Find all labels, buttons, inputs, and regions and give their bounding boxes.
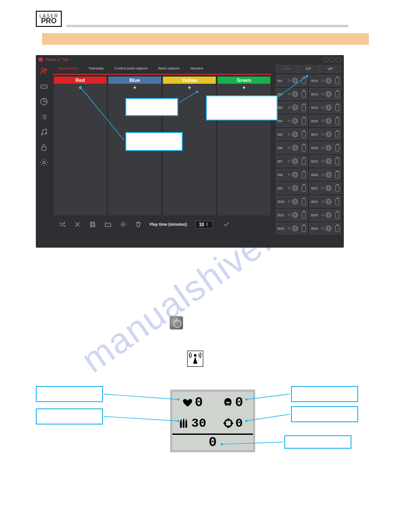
sidebar-lock-icon[interactable] <box>39 142 49 153</box>
id-cell[interactable]: ID19! <box>309 155 341 167</box>
team-add-green[interactable]: + <box>218 84 270 92</box>
figure2-label: Information on the blaster screen <box>36 467 375 472</box>
callout-start-menus: Start menus of four teams <box>125 98 178 116</box>
power-button-icon <box>170 316 183 330</box>
left-sidebar <box>36 64 52 247</box>
tab-teamplay[interactable]: Teamplay <box>83 64 109 74</box>
skull-icon <box>223 397 233 408</box>
svg-rect-17 <box>183 420 184 428</box>
header-rule <box>66 25 348 27</box>
svg-point-0 <box>42 69 45 72</box>
id-tab-1-24[interactable]: 1-24 <box>276 65 298 73</box>
callout-deaths: Amount of deaths <box>291 386 358 402</box>
id-cell[interactable]: ID20! <box>309 169 341 180</box>
id-cell[interactable]: ID1! <box>276 75 308 86</box>
play-time-label: Play time (minutes): <box>150 222 188 227</box>
team-header-red: Red <box>54 77 107 84</box>
id-cell[interactable]: ID14! <box>309 88 341 100</box>
id-cell[interactable]: ID17! <box>309 129 341 140</box>
callout-accuracy: Accuracy <box>291 406 358 422</box>
id-cell[interactable]: ID11! <box>276 209 308 221</box>
id-cell[interactable]: ID8! <box>276 169 308 180</box>
team-add-yellow[interactable]: + <box>163 84 216 92</box>
id-cell[interactable]: ID4! <box>276 115 308 127</box>
window-title: Arena v. 719 <box>46 57 68 62</box>
header-section: Game kits <box>353 20 375 27</box>
id-cell[interactable]: ID23! <box>309 209 341 221</box>
callout-auto-added: Connected player has been automatically … <box>206 95 278 120</box>
id-cell[interactable]: ID18! <box>309 142 341 154</box>
lcd-deaths: 0 <box>235 395 243 410</box>
lcd-ammo: 30 <box>191 416 206 430</box>
antenna-icon <box>187 351 203 367</box>
figure1-label: Arena program start menu <box>36 252 375 257</box>
callout-another-player: Another connected player <box>125 132 183 151</box>
tab-control-point[interactable]: Control point capture <box>109 64 153 74</box>
id-cell[interactable]: ID13! <box>309 75 341 86</box>
sidebar-settings-icon[interactable] <box>39 157 49 168</box>
team-add-red[interactable]: + <box>54 84 107 92</box>
tab-vampire[interactable]: Vampire <box>185 64 209 74</box>
id-cell[interactable]: ID24! <box>309 223 341 234</box>
id-tab-up[interactable]: UP <box>319 65 341 73</box>
confirm-icon[interactable] <box>223 220 231 228</box>
svg-rect-6 <box>42 147 46 150</box>
sidebar-list-icon[interactable] <box>39 112 49 122</box>
lcd-score: 0 <box>209 435 217 450</box>
svg-rect-18 <box>185 421 187 428</box>
callout-health: Amount of health units <box>36 386 103 402</box>
id-cell[interactable]: ID22! <box>309 196 341 207</box>
tab-base-capture[interactable]: Base capture <box>153 64 185 74</box>
game-mode-tabs: Deathmatch Teamplay Control point captur… <box>53 64 271 74</box>
highlight-banner: Launch the Arena computer program on you… <box>42 33 369 45</box>
team-col-red: Red + <box>54 77 107 215</box>
lcd-screen: 0 0 30 0 0 <box>170 390 255 452</box>
svg-point-1 <box>45 69 47 70</box>
hidden-step-text: 4. Turn on a blaster and a vest. <box>36 47 375 52</box>
id-grid: ID1!ID13!ID2!ID14!ID3!ID15!ID4!ID16!ID5!… <box>276 73 341 234</box>
titlebar: Arena v. 719 <box>36 55 344 64</box>
trash-icon[interactable] <box>134 220 142 228</box>
id-tabs: 1-24 CP UP <box>276 65 341 73</box>
id-tab-cp[interactable]: CP <box>298 65 320 73</box>
id-cell[interactable]: ID9! <box>276 182 308 194</box>
id-cell[interactable]: ID2! <box>276 88 308 100</box>
team-add-blue[interactable]: + <box>108 84 161 92</box>
sidebar-chart-icon[interactable] <box>39 96 49 107</box>
window-controls[interactable] <box>323 57 341 62</box>
app-icon <box>39 57 43 62</box>
logo: LASER PRO <box>36 11 62 27</box>
team-header-green: Green <box>218 77 270 84</box>
id-cell[interactable]: ID7! <box>276 155 308 167</box>
id-cell[interactable]: ID3! <box>276 102 308 113</box>
id-cell[interactable]: ID12! <box>276 223 308 234</box>
lcd-diagram: Amount of health units Amount of ammo Am… <box>36 382 375 467</box>
folder-icon[interactable] <box>104 220 112 228</box>
svg-point-7 <box>43 162 45 164</box>
id-cell[interactable]: ID16! <box>309 115 341 127</box>
sidebar-controller-icon[interactable] <box>39 81 49 92</box>
team-header-blue: Blue <box>108 77 161 84</box>
lcd-accuracy: 0 <box>235 416 243 430</box>
id-cell[interactable]: ID21! <box>309 182 341 194</box>
bottom-toolbar: Play time (minutes): 10▲▼ <box>53 215 271 233</box>
lcd-hp: 0 <box>195 395 203 410</box>
id-cell[interactable]: ID15! <box>309 102 341 113</box>
id-cell[interactable]: ID6! <box>276 142 308 154</box>
save-icon[interactable] <box>89 220 97 228</box>
arena-window: Arena v. 719 Deathmatc <box>36 55 344 248</box>
svg-point-4 <box>41 134 43 135</box>
tab-deathmatch[interactable]: Deathmatch <box>53 64 83 74</box>
page-header: LASER PRO Game kits <box>36 11 375 27</box>
play-time-input[interactable]: 10▲▼ <box>195 221 213 228</box>
id-cell[interactable]: ID5! <box>276 129 308 140</box>
gear-icon[interactable] <box>119 220 127 228</box>
logo-bot: PRO <box>39 18 58 24</box>
svg-rect-2 <box>41 85 47 89</box>
close-icon[interactable] <box>73 220 81 228</box>
sidebar-music-icon[interactable] <box>39 127 49 137</box>
id-cell[interactable]: ID10! <box>276 196 308 207</box>
shuffle-icon[interactable] <box>58 220 66 228</box>
target-icon <box>223 418 234 429</box>
sidebar-players-icon[interactable] <box>39 66 49 77</box>
